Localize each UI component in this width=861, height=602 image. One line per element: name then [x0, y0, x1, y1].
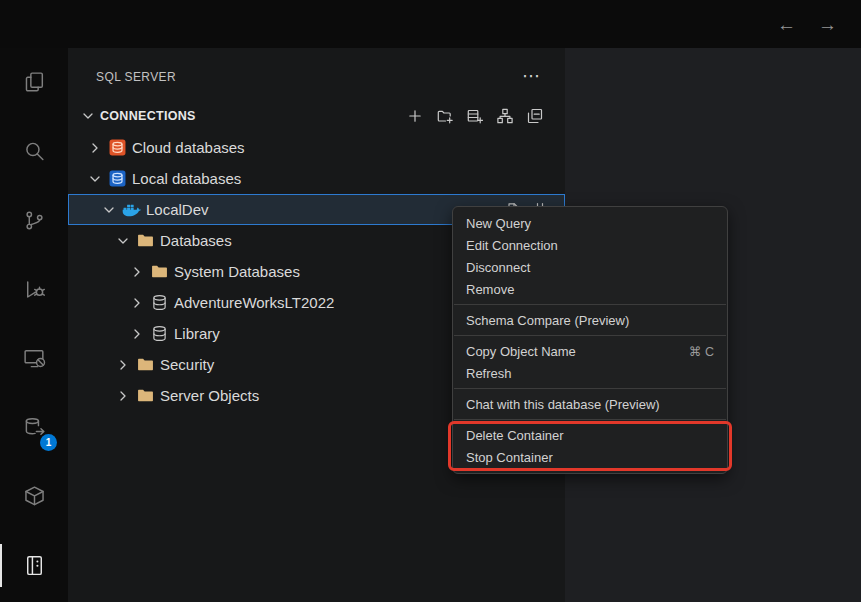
source-control-icon	[22, 208, 47, 233]
cloud-databases-icon	[108, 139, 127, 156]
menu-separator	[454, 419, 726, 420]
tree-item-cloud-databases[interactable]: Cloud databases	[68, 132, 565, 163]
tree-item-label: System Databases	[174, 263, 300, 280]
more-actions-icon[interactable]: ⋯	[522, 73, 541, 80]
menu-group-connection: New Query Edit Connection Disconnect Rem…	[453, 212, 727, 300]
container-icon	[22, 484, 47, 509]
forward-icon[interactable]: →	[818, 15, 837, 34]
menu-item-schema-compare[interactable]: Schema Compare (Preview)	[453, 309, 727, 331]
tree-item-local-databases[interactable]: Local databases	[68, 163, 565, 194]
chevron-right-icon	[87, 140, 103, 156]
sql-server-activity-button[interactable]	[0, 531, 68, 600]
explorer-icon	[22, 70, 47, 95]
chevron-right-icon	[129, 326, 145, 342]
menu-item-label: Delete Container	[466, 428, 564, 443]
menu-group-chat: Chat with this database (Preview)	[453, 393, 727, 415]
menu-group-container: Delete Container Stop Container	[453, 424, 727, 468]
run-and-debug-activity-button[interactable]	[0, 255, 68, 324]
search-icon	[22, 139, 47, 164]
new-connection-group-icon[interactable]	[437, 108, 453, 124]
add-server-icon[interactable]	[467, 108, 483, 124]
search-activity-button[interactable]	[0, 117, 68, 186]
tree-item-label: Cloud databases	[132, 139, 245, 156]
connect-icon[interactable]	[497, 108, 513, 124]
menu-item-new-query[interactable]: New Query	[453, 212, 727, 234]
menu-item-shortcut: ⌘ C	[689, 344, 714, 359]
remote-explorer-icon	[22, 346, 47, 371]
collapse-all-icon[interactable]	[527, 108, 543, 124]
sidebar-title: SQL SERVER	[96, 70, 176, 84]
menu-item-refresh[interactable]: Refresh	[453, 362, 727, 384]
titlebar: ← →	[0, 0, 861, 48]
menu-group-clipboard: Copy Object Name ⌘ C Refresh	[453, 340, 727, 384]
database-projects-activity-button[interactable]: 1	[0, 393, 68, 462]
vscode-window: ← →	[0, 0, 861, 602]
chevron-right-icon	[129, 264, 145, 280]
section-actions	[407, 108, 543, 124]
menu-group-schema: Schema Compare (Preview)	[453, 309, 727, 331]
notification-badge: 1	[40, 434, 57, 451]
tree-item-label: Local databases	[132, 170, 241, 187]
tree-item-label: Databases	[160, 232, 232, 249]
menu-item-label: Chat with this database (Preview)	[466, 397, 660, 412]
menu-item-stop-container[interactable]: Stop Container	[453, 446, 727, 468]
connections-section-label: CONNECTIONS	[100, 109, 196, 123]
menu-item-delete-container[interactable]: Delete Container	[453, 424, 727, 446]
menu-item-label: Remove	[466, 282, 514, 297]
database-icon	[150, 294, 169, 311]
chevron-right-icon	[115, 357, 131, 373]
folder-icon	[136, 356, 155, 373]
menu-separator	[454, 388, 726, 389]
menu-item-label: Refresh	[466, 366, 512, 381]
menu-item-label: Schema Compare (Preview)	[466, 313, 629, 328]
local-databases-icon	[108, 170, 127, 187]
tree-item-label: Server Objects	[160, 387, 259, 404]
source-control-activity-button[interactable]	[0, 186, 68, 255]
remote-explorer-activity-button[interactable]	[0, 324, 68, 393]
chevron-down-icon	[115, 233, 131, 249]
explorer-activity-button[interactable]	[0, 48, 68, 117]
chevron-down-icon	[80, 108, 96, 124]
tree-item-label: LocalDev	[146, 201, 209, 218]
containers-activity-button[interactable]	[0, 462, 68, 531]
menu-item-label: New Query	[466, 216, 531, 231]
tree-item-label: Library	[174, 325, 220, 342]
folder-icon	[136, 387, 155, 404]
menu-separator	[454, 335, 726, 336]
menu-item-label: Edit Connection	[466, 238, 558, 253]
sql-server-icon	[22, 553, 47, 578]
menu-item-chat-with-database[interactable]: Chat with this database (Preview)	[453, 393, 727, 415]
connections-section-header[interactable]: CONNECTIONS	[68, 100, 565, 132]
menu-separator	[454, 304, 726, 305]
menu-item-label: Stop Container	[466, 450, 553, 465]
chevron-right-icon	[129, 295, 145, 311]
database-icon	[150, 325, 169, 342]
menu-item-edit-connection[interactable]: Edit Connection	[453, 234, 727, 256]
chevron-down-icon	[101, 202, 117, 218]
menu-item-disconnect[interactable]: Disconnect	[453, 256, 727, 278]
chevron-down-icon	[87, 171, 103, 187]
sidebar-header: SQL SERVER ⋯	[68, 48, 565, 94]
tree-item-label: AdventureWorksLT2022	[174, 294, 334, 311]
menu-item-remove[interactable]: Remove	[453, 278, 727, 300]
run-and-debug-icon	[22, 277, 47, 302]
docker-whale-icon	[122, 202, 141, 217]
chevron-right-icon	[115, 388, 131, 404]
back-icon[interactable]: ←	[777, 15, 796, 34]
activity-bar: 1	[0, 48, 68, 602]
menu-item-label: Disconnect	[466, 260, 530, 275]
folder-icon	[136, 232, 155, 249]
menu-item-copy-object-name[interactable]: Copy Object Name ⌘ C	[453, 340, 727, 362]
folder-icon	[150, 263, 169, 280]
context-menu: New Query Edit Connection Disconnect Rem…	[452, 206, 728, 474]
menu-item-label: Copy Object Name	[466, 344, 576, 359]
tree-item-label: Security	[160, 356, 214, 373]
add-connection-icon[interactable]	[407, 108, 423, 124]
